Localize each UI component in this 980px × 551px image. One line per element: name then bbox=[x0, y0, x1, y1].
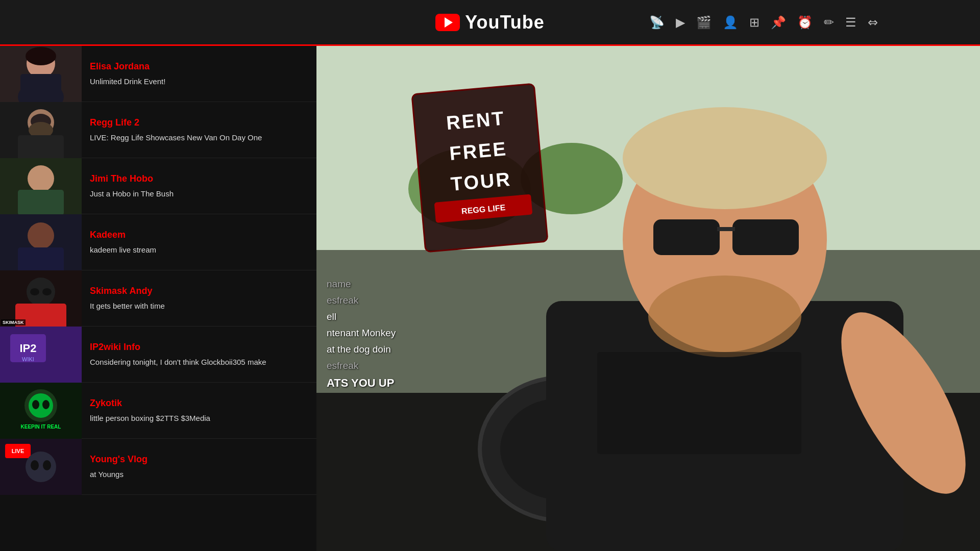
expand-icon[interactable]: ⇔ bbox=[868, 15, 878, 30]
svg-rect-3 bbox=[20, 74, 61, 102]
stream-info-regg: Regg Life 2 LIVE: Regg Life Showcases Ne… bbox=[82, 102, 316, 158]
chat-line-7: ATS YOU UP bbox=[327, 377, 480, 390]
edit-icon[interactable]: ✏ bbox=[824, 15, 834, 30]
svg-rect-15 bbox=[18, 247, 64, 270]
stream-item-jimi[interactable]: Jimi The Hobo Just a Hobo in The Bush bbox=[0, 158, 316, 214]
stream-title-zykotik: little person boxing $2TTS $3Media bbox=[90, 413, 308, 423]
stream-item-skimask[interactable]: SKIMASK Skimask Andy It gets better with… bbox=[0, 270, 316, 327]
toolbar: 📡 ▶ 🎬 👤 ⊞ 📌 ⏰ ✏ ☰ ⇔ YouTube bbox=[0, 0, 980, 46]
svg-point-35 bbox=[31, 460, 39, 470]
stream-item-ip2[interactable]: IP2 WIKI IP2wiki Info Considering tonigh… bbox=[0, 327, 316, 383]
stream-title-ip2: Considering tonight, I don't think Glock… bbox=[90, 357, 308, 367]
svg-point-14 bbox=[28, 222, 54, 249]
stream-title-regg: LIVE: Regg Life Showcases New Van On Day… bbox=[90, 132, 308, 143]
stream-info-youngs: Young's Vlog at Youngs bbox=[82, 439, 316, 494]
stream-info-kadeem: Kadeem kadeem live stream bbox=[82, 214, 316, 270]
svg-point-28 bbox=[32, 400, 39, 409]
stream-item-elisa[interactable]: Elisa Jordana Unlimited Drink Event! bbox=[0, 46, 316, 102]
stream-title-jimi: Just a Hobo in The Bush bbox=[90, 188, 308, 199]
stream-info-skimask: Skimask Andy It gets better with time bbox=[82, 270, 316, 326]
stream-channel-zykotik: Zykotik bbox=[90, 398, 308, 409]
chat-line-6: esfreak bbox=[327, 360, 480, 371]
svg-rect-49 bbox=[717, 227, 735, 231]
svg-point-11 bbox=[28, 165, 54, 192]
stream-channel-youngs: Young's Vlog bbox=[90, 454, 308, 465]
stream-title-elisa: Unlimited Drink Event! bbox=[90, 76, 308, 87]
svg-rect-52 bbox=[597, 352, 801, 454]
chat-line-4: ntenant Monkey bbox=[327, 328, 480, 339]
stream-title-kadeem: kadeem live stream bbox=[90, 244, 308, 255]
stream-channel-ip2: IP2wiki Info bbox=[90, 342, 308, 353]
stream-thumb-elisa bbox=[0, 46, 82, 102]
profile-icon[interactable]: 👤 bbox=[723, 15, 738, 30]
svg-rect-47 bbox=[653, 219, 720, 255]
chat-line-3: ell bbox=[327, 311, 480, 322]
stream-info-elisa: Elisa Jordana Unlimited Drink Event! bbox=[82, 46, 316, 102]
svg-point-36 bbox=[43, 460, 51, 470]
svg-point-50 bbox=[648, 276, 801, 357]
clock-icon[interactable]: ⏰ bbox=[797, 15, 813, 30]
stream-thumb-youngs: LIVE bbox=[0, 439, 82, 495]
svg-point-46 bbox=[623, 107, 827, 209]
stream-info-zykotik: Zykotik little person boxing $2TTS $3Med… bbox=[82, 383, 316, 438]
grid-icon[interactable]: ⊞ bbox=[749, 15, 760, 30]
stream-channel-skimask: Skimask Andy bbox=[90, 286, 308, 296]
video-background: RENT FREE TOUR REGG LIFE name esfreak el… bbox=[316, 46, 980, 551]
play-icon[interactable]: ▶ bbox=[676, 15, 685, 30]
sticker-overlay: RENT FREE TOUR REGG LIFE bbox=[409, 81, 551, 255]
stream-channel-regg: Regg Life 2 bbox=[90, 117, 308, 128]
stream-thumb-skimask: SKIMASK bbox=[0, 270, 82, 327]
stream-info-jimi: Jimi The Hobo Just a Hobo in The Bush bbox=[82, 158, 316, 214]
list-icon[interactable]: ☰ bbox=[845, 15, 856, 30]
stream-thumb-regg bbox=[0, 102, 82, 158]
stream-item-kadeem[interactable]: Kadeem kadeem live stream bbox=[0, 214, 316, 270]
svg-point-34 bbox=[26, 452, 56, 482]
pin-icon[interactable]: 📌 bbox=[771, 15, 786, 30]
chat-overlay: name esfreak ell ntenant Monkey at the d… bbox=[316, 273, 490, 395]
stream-info-ip2: IP2wiki Info Considering tonight, I don'… bbox=[82, 327, 316, 382]
svg-text:IP2: IP2 bbox=[19, 342, 36, 355]
svg-rect-9 bbox=[18, 135, 64, 158]
youtube-title: YouTube bbox=[465, 12, 545, 33]
stream-item-regg[interactable]: Regg Life 2 LIVE: Regg Life Showcases Ne… bbox=[0, 102, 316, 158]
stream-thumb-zykotik: KEEPIN IT REAL bbox=[0, 383, 82, 439]
stream-item-youngs[interactable]: LIVE Young's Vlog at Youngs bbox=[0, 439, 316, 495]
stream-channel-elisa: Elisa Jordana bbox=[90, 61, 308, 72]
svg-text:WIKI: WIKI bbox=[22, 356, 34, 362]
stream-channel-jimi: Jimi The Hobo bbox=[90, 173, 308, 184]
chat-line-2: esfreak bbox=[327, 295, 480, 306]
stream-thumb-ip2: IP2 WIKI bbox=[0, 327, 82, 383]
live-broadcast-icon[interactable]: 📡 bbox=[649, 15, 665, 30]
youtube-logo: YouTube bbox=[435, 12, 545, 33]
svg-point-19 bbox=[42, 288, 52, 295]
clip-icon[interactable]: 🎬 bbox=[696, 15, 712, 30]
svg-point-29 bbox=[42, 400, 50, 409]
sidebar: Elisa Jordana Unlimited Drink Event! Reg… bbox=[0, 46, 316, 551]
svg-text:KEEPIN IT REAL: KEEPIN IT REAL bbox=[21, 424, 61, 430]
stream-title-youngs: at Youngs bbox=[90, 469, 308, 480]
chat-line-1: name bbox=[327, 279, 480, 290]
svg-text:LIVE: LIVE bbox=[12, 448, 24, 454]
svg-point-4 bbox=[26, 47, 56, 65]
chat-line-5: at the dog doin bbox=[327, 344, 480, 355]
youtube-icon bbox=[435, 14, 460, 31]
svg-rect-48 bbox=[732, 219, 799, 255]
stream-thumb-jimi bbox=[0, 158, 82, 214]
stream-thumb-kadeem bbox=[0, 214, 82, 270]
stream-channel-kadeem: Kadeem bbox=[90, 230, 308, 240]
toolbar-icons: 📡 ▶ 🎬 👤 ⊞ 📌 ⏰ ✏ ☰ ⇔ bbox=[649, 15, 878, 30]
stream-item-zykotik[interactable]: KEEPIN IT REAL Zykotik little person box… bbox=[0, 383, 316, 439]
skimask-label: SKIMASK bbox=[1, 319, 26, 325]
stream-title-skimask: It gets better with time bbox=[90, 300, 308, 311]
svg-point-18 bbox=[30, 288, 39, 295]
video-area: RENT FREE TOUR REGG LIFE name esfreak el… bbox=[316, 46, 980, 551]
main-content: Elisa Jordana Unlimited Drink Event! Reg… bbox=[0, 46, 980, 551]
svg-rect-12 bbox=[18, 190, 64, 214]
